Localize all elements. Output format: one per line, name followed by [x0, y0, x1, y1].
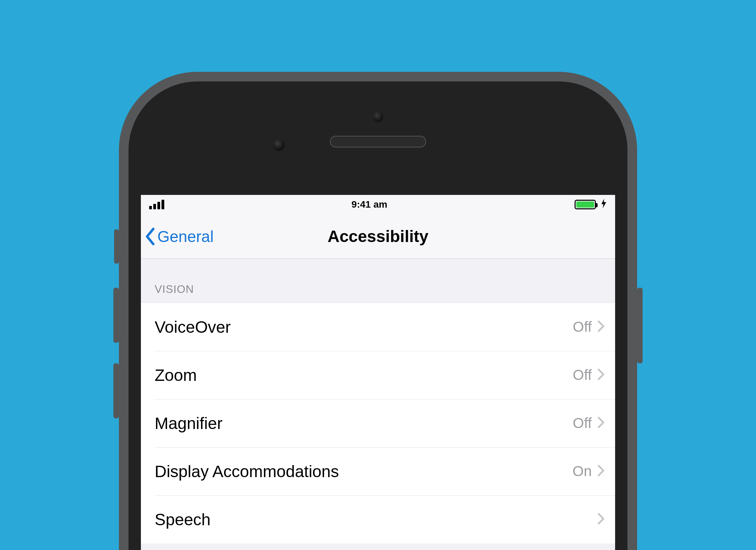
proximity-sensor-icon [273, 139, 285, 151]
chevron-right-icon [597, 368, 605, 382]
settings-list: VoiceOver Off Zoom Off Magni [141, 302, 615, 543]
row-value: Off [573, 319, 592, 335]
back-button[interactable]: General [144, 214, 214, 258]
battery-icon [575, 200, 596, 209]
row-label: Zoom [155, 366, 197, 385]
volume-down-button [113, 363, 119, 418]
phone-frame: 9:41 am General Accessibility VISION [129, 81, 627, 550]
row-value: Off [573, 367, 592, 383]
row-zoom[interactable]: Zoom Off [141, 351, 615, 399]
chevron-right-icon [597, 513, 605, 526]
row-voiceover[interactable]: VoiceOver Off [141, 303, 615, 351]
row-display-accommodations[interactable]: Display Accommodations On [141, 447, 615, 495]
back-label: General [157, 227, 214, 246]
row-label: VoiceOver [155, 318, 231, 337]
charging-icon [601, 199, 607, 210]
status-bar: 9:41 am [141, 195, 615, 214]
screen: 9:41 am General Accessibility VISION [141, 195, 615, 550]
page-title: Accessibility [327, 227, 428, 246]
navigation-bar: General Accessibility [141, 214, 615, 259]
row-label: Display Accommodations [155, 462, 339, 481]
volume-up-button [113, 288, 119, 343]
power-button [637, 288, 643, 363]
row-speech[interactable]: Speech [141, 495, 615, 543]
row-magnifier[interactable]: Magnifier Off [141, 399, 615, 447]
earpiece-speaker-icon [330, 136, 426, 147]
status-time: 9:41 am [352, 199, 387, 210]
row-value: Off [573, 415, 592, 431]
row-label: Speech [155, 510, 211, 529]
chevron-right-icon [597, 464, 605, 478]
chevron-right-icon [597, 416, 605, 430]
chevron-left-icon [144, 228, 156, 245]
section-header-vision: VISION [141, 259, 615, 302]
chevron-right-icon [597, 320, 605, 334]
row-label: Magnifier [155, 414, 222, 433]
front-camera-icon [373, 112, 383, 122]
row-value: On [572, 463, 592, 480]
cellular-signal-icon [149, 200, 164, 209]
mute-switch [114, 229, 119, 264]
